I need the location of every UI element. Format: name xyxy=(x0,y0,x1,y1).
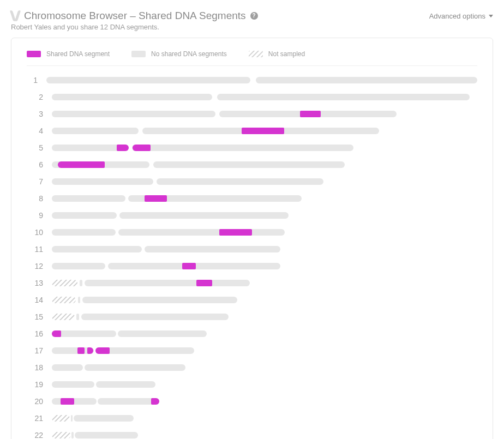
page-title: Chromosome Browser – Shared DNA Segments xyxy=(24,10,246,22)
q-arm xyxy=(75,432,138,438)
legend-label-none: No shared DNA segments xyxy=(151,50,227,58)
chromosome-track[interactable] xyxy=(52,364,185,371)
chromosome-label: 18 xyxy=(27,363,43,372)
p-arm xyxy=(46,77,250,83)
p-arm xyxy=(52,330,116,337)
chromosome-track[interactable] xyxy=(52,415,134,422)
chromosome-track[interactable] xyxy=(52,330,207,337)
shared-segment[interactable] xyxy=(61,398,75,405)
shared-segment[interactable] xyxy=(95,347,110,354)
p-arm xyxy=(80,280,82,286)
shared-segment[interactable] xyxy=(145,195,167,202)
p-arm xyxy=(52,195,125,202)
q-arm xyxy=(81,314,229,320)
p-arm xyxy=(52,178,153,185)
chromosome-track[interactable] xyxy=(52,212,289,219)
chromosome-track[interactable] xyxy=(46,77,477,83)
shared-segment[interactable] xyxy=(87,347,93,354)
chromosome-row: 18 xyxy=(27,363,477,372)
p-arm xyxy=(52,263,105,269)
q-arm xyxy=(118,229,285,236)
chromosome-row: 2 xyxy=(27,93,477,101)
shared-segment[interactable] xyxy=(182,263,196,269)
chromosome-row: 20 xyxy=(27,397,477,406)
p-arm xyxy=(71,432,74,438)
q-arm xyxy=(85,364,185,371)
q-arm xyxy=(145,246,280,252)
not-sampled-region xyxy=(52,314,75,320)
chromosome-track[interactable] xyxy=(52,432,138,438)
chromosome-panel: Shared DNA segment No shared DNA segment… xyxy=(11,38,493,439)
chromosome-track[interactable] xyxy=(52,229,285,236)
legend-item-not-sampled: Not sampled xyxy=(249,50,305,58)
chromosome-label: 22 xyxy=(27,431,43,439)
shared-segment[interactable] xyxy=(151,398,160,405)
chromosome-track[interactable] xyxy=(52,381,155,388)
chromosome-track[interactable] xyxy=(52,246,280,252)
chromosome-label: 3 xyxy=(27,110,43,118)
chromosome-label: 7 xyxy=(27,177,43,186)
q-arm xyxy=(85,280,250,286)
legend-swatch-shared xyxy=(27,51,41,57)
shared-segment[interactable] xyxy=(133,145,151,151)
chromosome-row: 8 xyxy=(27,194,477,203)
not-sampled-region xyxy=(52,432,71,438)
chromosome-label: 12 xyxy=(27,262,43,270)
chromosome-label: 11 xyxy=(27,245,43,254)
q-arm xyxy=(217,94,470,100)
shared-segment[interactable] xyxy=(300,111,321,117)
page-subtitle: Robert Yales and you share 12 DNA segmen… xyxy=(11,23,258,31)
chromosome-track[interactable] xyxy=(52,347,194,354)
chromosome-track[interactable] xyxy=(52,178,323,185)
shared-segment[interactable] xyxy=(242,128,284,134)
q-arm xyxy=(82,297,237,303)
shared-segment[interactable] xyxy=(196,280,212,286)
q-arm xyxy=(119,212,289,219)
p-arm xyxy=(52,246,142,252)
shared-segment[interactable] xyxy=(117,145,129,151)
not-sampled-region xyxy=(52,415,70,422)
q-arm xyxy=(74,415,134,422)
legend-item-none: No shared DNA segments xyxy=(131,50,227,58)
q-arm xyxy=(153,161,345,168)
chromosome-track[interactable] xyxy=(52,297,237,303)
info-icon[interactable]: ? xyxy=(250,12,258,20)
chromosome-row: 9 xyxy=(27,211,477,220)
chromosome-track[interactable] xyxy=(52,161,345,168)
shared-segment[interactable] xyxy=(52,330,61,337)
chromosome-row: 12 xyxy=(27,262,477,270)
chromosome-row: 15 xyxy=(27,312,477,321)
chromosome-icon xyxy=(11,10,20,21)
chevron-down-icon xyxy=(489,15,493,17)
p-arm xyxy=(78,297,81,303)
chromosome-track[interactable] xyxy=(52,111,397,117)
advanced-options-dropdown[interactable]: Advanced options xyxy=(429,12,493,20)
chromosome-label: 5 xyxy=(27,143,43,152)
chromosome-track[interactable] xyxy=(52,263,280,269)
chromosome-label: 21 xyxy=(27,414,43,423)
q-arm xyxy=(132,145,353,151)
chromosome-row: 1 xyxy=(27,76,477,85)
legend: Shared DNA segment No shared DNA segment… xyxy=(27,50,477,66)
chromosome-row: 6 xyxy=(27,160,477,169)
legend-label-shared: Shared DNA segment xyxy=(46,50,110,58)
chromosome-track[interactable] xyxy=(52,94,470,100)
legend-item-shared: Shared DNA segment xyxy=(27,50,110,58)
p-arm xyxy=(52,229,116,236)
chromosome-label: 9 xyxy=(27,211,43,220)
shared-segment[interactable] xyxy=(219,229,252,236)
shared-segment[interactable] xyxy=(77,347,85,354)
chromosome-row: 21 xyxy=(27,414,477,423)
chromosome-track[interactable] xyxy=(52,314,229,320)
chromosome-track[interactable] xyxy=(52,145,353,151)
p-arm xyxy=(52,212,117,219)
chromosome-track[interactable] xyxy=(52,128,379,134)
legend-swatch-none xyxy=(131,51,146,57)
page-header: Chromosome Browser – Shared DNA Segments… xyxy=(11,10,493,31)
chromosome-row: 11 xyxy=(27,245,477,254)
chromosome-track[interactable] xyxy=(52,280,250,286)
chromosome-track[interactable] xyxy=(52,195,302,202)
chromosome-track[interactable] xyxy=(52,398,160,405)
shared-segment[interactable] xyxy=(58,161,105,168)
p-arm xyxy=(52,381,94,388)
